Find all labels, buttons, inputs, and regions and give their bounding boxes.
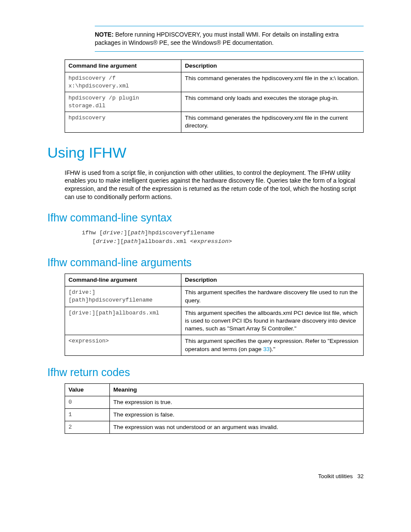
table-row: 2 The expression was not understood or a… xyxy=(65,421,364,434)
cell-desc: This command generates the hpdiscovery.x… xyxy=(181,72,364,92)
note-label: NOTE: xyxy=(95,31,114,38)
th-argument: Command-line argument xyxy=(65,274,181,286)
syntax-var: path xyxy=(131,230,144,236)
cell-arg: hpdiscovery xyxy=(65,112,181,132)
syntax-var: drive: xyxy=(103,230,124,236)
table-header-row: Value Meaning xyxy=(65,383,364,396)
footer-label: Toolkit utilities xyxy=(318,473,352,479)
syntax-var: path xyxy=(124,238,137,245)
syntax-text: ][ xyxy=(117,238,124,245)
th-description: Description xyxy=(181,59,364,72)
cell-desc: This command only loads and executes the… xyxy=(181,92,364,112)
cell-desc-text: )." xyxy=(270,346,275,352)
th-description: Description xyxy=(181,274,364,286)
syntax-block: ifhw [drive:][path]hpdiscoveryfilename [… xyxy=(82,229,364,246)
syntax-text: ifhw [ xyxy=(82,230,103,236)
heading-syntax: Ifhw command-line syntax xyxy=(47,211,364,225)
th-meaning: Meaning xyxy=(109,383,363,396)
cell-meaning: The expression was not understood or an … xyxy=(109,421,363,434)
table-row: 1 The expression is false. xyxy=(65,409,364,421)
th-value: Value xyxy=(65,383,110,396)
table-command-line: Command line argument Description hpdisc… xyxy=(65,59,364,133)
cell-meaning: The expression is true. xyxy=(109,396,363,408)
table-row: hpdiscovery /f x:\hpdiscovery.xml This c… xyxy=(65,72,364,92)
cell-arg: [drive:][path]hpdiscoveryfilename xyxy=(65,286,181,307)
cell-desc: This argument specifies the query expres… xyxy=(181,335,364,355)
cell-value: 1 xyxy=(65,409,110,421)
page-link[interactable]: 33 xyxy=(263,346,270,352)
footer-page-number: 32 xyxy=(358,473,364,479)
th-argument: Command line argument xyxy=(65,59,181,72)
cell-arg: [drive:][path]allboards.xml xyxy=(65,307,181,335)
intro-paragraph: IFHW is used from a script file, in conj… xyxy=(65,169,364,202)
page-footer: Toolkit utilities 32 xyxy=(47,473,364,480)
cell-meaning: The expression is false. xyxy=(109,409,363,421)
cell-arg: hpdiscovery /f x:\hpdiscovery.xml xyxy=(65,72,181,92)
heading-using-ifhw: Using IFHW xyxy=(47,143,364,163)
table-return-codes: Value Meaning 0 The expression is true. … xyxy=(65,383,364,434)
syntax-text: ]allboards.xml < xyxy=(138,238,194,245)
table-row: hpdiscovery /p plugin storage.dll This c… xyxy=(65,92,364,112)
syntax-var: expression xyxy=(193,238,228,245)
cell-arg: hpdiscovery /p plugin storage.dll xyxy=(65,92,181,112)
note-box: NOTE: Before running HPDISCOVERY, you mu… xyxy=(95,26,364,52)
table-row: hpdiscovery This command generates the h… xyxy=(65,112,364,132)
cell-desc: This command generates the hpdiscovery.x… xyxy=(181,112,364,132)
table-row: <expression> This argument specifies the… xyxy=(65,335,364,355)
syntax-text: > xyxy=(228,238,232,245)
cell-value: 2 xyxy=(65,421,110,434)
table-row: 0 The expression is true. xyxy=(65,396,364,408)
syntax-text: ][ xyxy=(124,230,131,236)
table-row: [drive:][path]allboards.xml This argumen… xyxy=(65,307,364,335)
cell-value: 0 xyxy=(65,396,110,408)
cell-desc: This argument specifies the allboards.xm… xyxy=(181,307,364,335)
syntax-var: drive: xyxy=(96,238,117,245)
table-arguments: Command-line argument Description [drive… xyxy=(65,274,364,356)
heading-return-codes: Ifhw return codes xyxy=(47,365,364,380)
note-text: Before running HPDISCOVERY, you must ins… xyxy=(95,31,339,46)
table-row: [drive:][path]hpdiscoveryfilename This a… xyxy=(65,286,364,307)
heading-arguments: Ifhw command-line arguments xyxy=(47,255,364,270)
table-header-row: Command line argument Description xyxy=(65,59,364,72)
table-header-row: Command-line argument Description xyxy=(65,274,364,286)
cell-desc: This argument specifies the hardware dis… xyxy=(181,286,364,307)
cell-arg: <expression> xyxy=(65,335,181,355)
syntax-text: ]hpdiscoveryfilename xyxy=(145,230,215,236)
